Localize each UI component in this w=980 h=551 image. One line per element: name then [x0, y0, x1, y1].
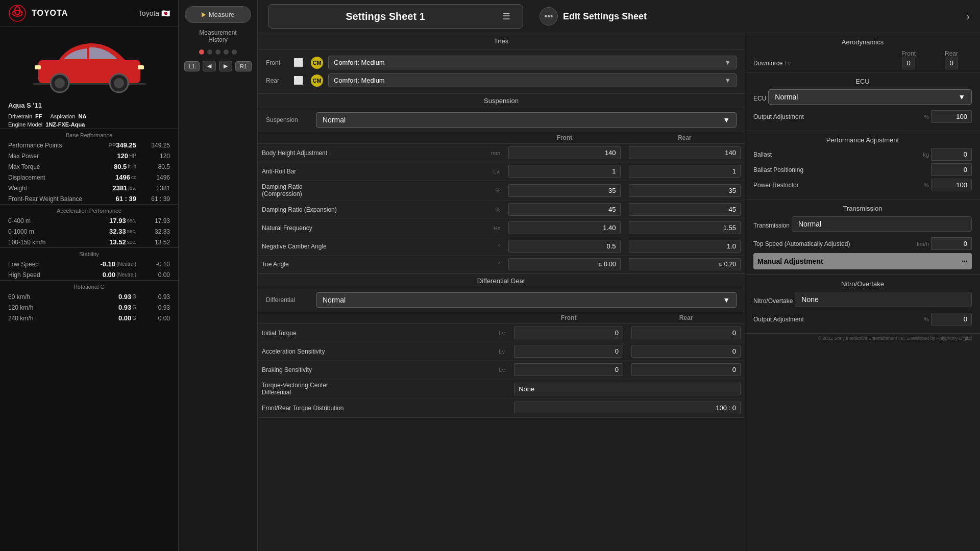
transmission-type-row: Transmission Normal — [753, 216, 972, 235]
max-torque-value: 80.5 — [114, 163, 127, 170]
r60-value: 0.93 — [118, 293, 131, 300]
settings-menu-button[interactable]: ☰ — [500, 9, 512, 24]
r0-400-secondary: 17.93 — [144, 217, 170, 224]
anti-roll-unit: Lv. — [461, 162, 504, 181]
tires-section-header: Tires — [258, 33, 745, 49]
balance-row: Front-Rear Weight Balance 61 : 39 61 : 3… — [0, 193, 178, 204]
ecu-dropdown-arrow: ▼ — [958, 93, 965, 101]
front-rear-dist-value[interactable]: 100 : 0 — [514, 402, 741, 414]
r100-150-label: 100-150 km/h — [8, 239, 109, 246]
nitro-output-value[interactable]: 0 — [931, 313, 972, 325]
max-power-row: Max Power 120 HP 120 — [0, 151, 178, 161]
high-speed-neutral: (Neutral) — [116, 272, 136, 278]
r100-150-value: 13.52 — [109, 238, 126, 246]
toe-rear-cell: ⇅ 0.20 — [625, 256, 745, 273]
param-name-col — [258, 132, 461, 144]
toe-rear[interactable]: ⇅ 0.20 — [629, 258, 741, 270]
playback-controls: L1 ◀ ▶ R1 — [184, 61, 252, 71]
natural-freq-front[interactable]: 1.40 — [508, 221, 620, 234]
r120-value: 0.93 — [118, 304, 131, 311]
max-power-label: Max Power — [8, 153, 117, 160]
pp-secondary: 349.25 — [144, 142, 170, 149]
dot-3 — [215, 49, 220, 55]
anti-roll-rear[interactable]: 1 — [629, 165, 741, 178]
damping-exp-front[interactable]: 45 — [508, 203, 620, 216]
damping-exp-rear[interactable]: 45 — [629, 203, 741, 216]
torque-vec-value[interactable]: None — [514, 383, 741, 395]
accel-sens-front[interactable]: 0 — [514, 345, 623, 358]
suspension-header: Suspension — [258, 94, 745, 108]
differential-type-select[interactable]: Normal ▼ — [316, 292, 737, 308]
front-rear-dist-label: Front/Rear Torque Distribution — [258, 399, 474, 417]
nitro-section: Nitro/Overtake Nitro/Overtake None Outpu… — [745, 275, 980, 334]
downforce-front[interactable]: 0 — [902, 57, 915, 69]
base-perf-divider: Base Performance — [0, 129, 178, 140]
brake-sens-front[interactable]: 0 — [514, 363, 623, 376]
neg-camber-rear[interactable]: 1.0 — [629, 240, 741, 253]
low-speed-neutral: (Neutral) — [116, 261, 136, 267]
toe-unit: ° — [461, 256, 504, 273]
body-height-rear[interactable]: 140 — [629, 146, 741, 159]
main-content: Settings Sheet 1 ☰ ••• Edit Settings She… — [258, 0, 980, 551]
drivetrain-value: FF — [35, 113, 42, 119]
r120-unit: G — [132, 305, 136, 310]
options-button[interactable]: ••• — [540, 7, 558, 26]
front-cm-badge: CM — [311, 57, 323, 69]
anti-roll-front[interactable]: 1 — [508, 165, 620, 178]
pp-value: 349.25 — [116, 141, 136, 149]
measure-label: Measure — [209, 11, 235, 18]
output-adj-unit: % — [919, 114, 929, 120]
next-button[interactable]: ▶ — [219, 61, 232, 71]
rear-tire-select[interactable]: Comfort: Medium ▼ — [328, 73, 737, 87]
r100-150-secondary: 13.52 — [144, 239, 170, 246]
anti-roll-rear-cell: 1 — [625, 162, 745, 181]
top-speed-label: Top Speed (Automatically Adjusted) — [753, 240, 915, 247]
top-speed-row: Top Speed (Automatically Adjusted) km/h … — [753, 237, 972, 250]
r0-400-label: 0-400 m — [8, 217, 109, 224]
initial-torque-front[interactable]: 0 — [514, 327, 623, 339]
brake-sens-rear[interactable]: 0 — [631, 363, 741, 376]
toe-front[interactable]: ⇅ 0.00 — [508, 258, 620, 270]
front-tire-select[interactable]: Comfort: Medium ▼ — [328, 56, 737, 69]
body-height-front[interactable]: 140 — [508, 146, 620, 159]
top-speed-value[interactable]: 0 — [931, 237, 972, 250]
power-res-value[interactable]: 100 — [931, 179, 972, 191]
weight-row: Weight 2381 lbs. 2381 — [0, 183, 178, 193]
damping-comp-front[interactable]: 35 — [508, 184, 620, 197]
suspension-type-select[interactable]: Normal ▼ — [316, 112, 737, 128]
neg-camber-unit: ° — [461, 237, 504, 256]
accel-sens-rear[interactable]: 0 — [631, 345, 741, 358]
r120-row: 120 km/h 0.93 G 0.93 — [0, 302, 178, 313]
damping-comp-rear[interactable]: 35 — [629, 184, 741, 197]
nitro-type-select[interactable]: None — [795, 292, 972, 307]
l1-button[interactable]: L1 — [184, 61, 200, 71]
natural-freq-rear[interactable]: 1.55 — [629, 221, 741, 234]
downforce-label: Downforce — [753, 60, 782, 67]
transmission-type-select[interactable]: Normal — [792, 216, 972, 232]
damping-comp-label: Damping Ratio(Compression) — [258, 181, 461, 201]
r240-value: 0.00 — [118, 314, 131, 322]
damping-comp-front-cell: 35 — [504, 181, 624, 201]
neg-camber-front[interactable]: 0.5 — [508, 240, 620, 253]
ballast-value[interactable]: 0 — [931, 148, 972, 161]
country-badge: Toyota 🇯🇵 — [138, 9, 170, 17]
ecu-select[interactable]: Normal ▼ — [768, 89, 972, 105]
prev-button[interactable]: ◀ — [203, 61, 216, 71]
output-adj-value[interactable]: 100 — [931, 110, 972, 123]
brake-sens-rear-cell: 0 — [627, 361, 745, 379]
footer-text: © 2022 Sony Interactive Entertainment In… — [745, 334, 980, 343]
ecu-value: Normal — [775, 93, 798, 101]
manual-adjustment-button[interactable]: Manual Adjustment ··· — [753, 253, 972, 269]
body-height-rear-cell: 140 — [625, 144, 745, 162]
right-arrow-icon: › — [966, 11, 970, 22]
top-bar: Settings Sheet 1 ☰ ••• Edit Settings She… — [258, 0, 980, 33]
ballast-pos-value[interactable]: 0 — [931, 163, 972, 176]
measure-button[interactable]: Measure — [185, 6, 251, 23]
initial-torque-rear[interactable]: 0 — [631, 327, 741, 339]
downforce-rear[interactable]: 0 — [945, 57, 958, 69]
svg-rect-10 — [35, 65, 41, 69]
car-image-area — [0, 27, 178, 98]
r1-button[interactable]: R1 — [235, 61, 252, 71]
aero-rear-col: Rear — [931, 50, 972, 57]
pp-row: Performance Points PP 349.25 349.25 — [0, 140, 178, 151]
